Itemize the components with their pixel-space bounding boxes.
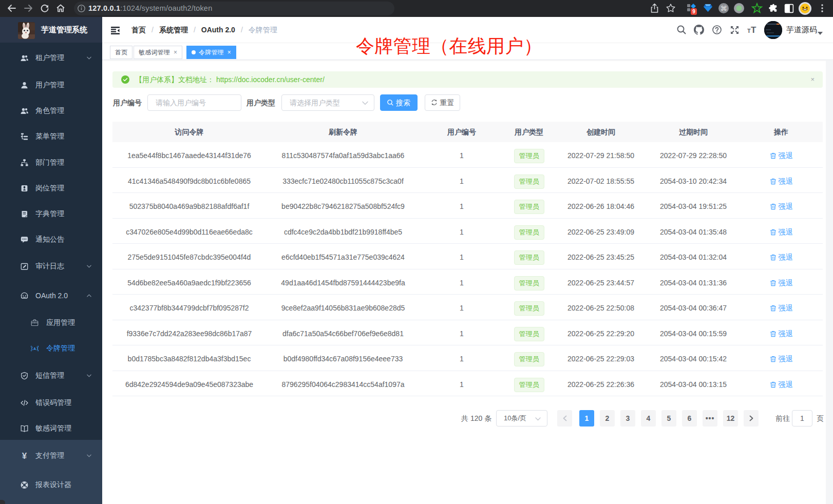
svg-text:A: A (33, 347, 36, 351)
svg-text:T: T (747, 28, 751, 34)
svg-text:⌘: ⌘ (721, 5, 727, 12)
svg-text:T: T (751, 26, 756, 34)
svg-text:9: 9 (692, 9, 695, 14)
svg-text:¥: ¥ (22, 452, 27, 460)
